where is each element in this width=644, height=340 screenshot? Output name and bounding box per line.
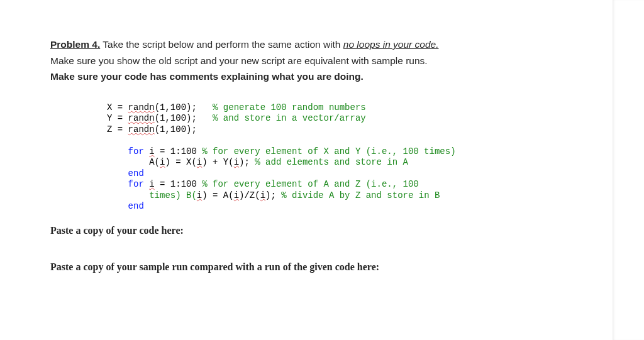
code-block: X = randn(1,100); % generate 100 random … <box>107 102 600 212</box>
paste-run-label: Paste a copy of your sample run compared… <box>50 261 600 273</box>
problem-label: Problem 4. <box>50 39 100 50</box>
code-line-1: X = randn(1,100); % generate 100 random … <box>107 102 600 114</box>
code-line-8: times) B(i) = A(i)/Z(i); % divide A by Z… <box>107 190 600 202</box>
code-line-5: A(i) = X(i) + Y(i); % add elements and s… <box>107 157 600 168</box>
code-line-4: for i = 1:100 % for every element of X a… <box>107 146 600 158</box>
problem-line-1: Problem 4. Take the script below and per… <box>50 36 600 53</box>
code-line-6: end <box>107 168 600 180</box>
problem-line-2: Make sure you show the old script and yo… <box>50 53 600 69</box>
code-line-2: Y = randn(1,100); % and store in a vecto… <box>107 113 600 124</box>
code-line-3: Z = randn(1,100); <box>107 124 600 136</box>
code-blank-1 <box>107 135 600 146</box>
problem-line-1-text: Take the script below and perform the sa… <box>100 39 343 50</box>
page-right-edge <box>613 0 644 340</box>
problem-line-3: Make sure your code has comments explain… <box>50 69 600 85</box>
code-line-7: for i = 1:100 % for every element of A a… <box>107 179 600 190</box>
paste-code-label: Paste a copy of your code here: <box>50 225 600 236</box>
no-loops-phrase: no loops in your code. <box>343 39 439 50</box>
document-content: Problem 4. Take the script below and per… <box>0 0 644 285</box>
code-line-9: end <box>107 201 600 212</box>
